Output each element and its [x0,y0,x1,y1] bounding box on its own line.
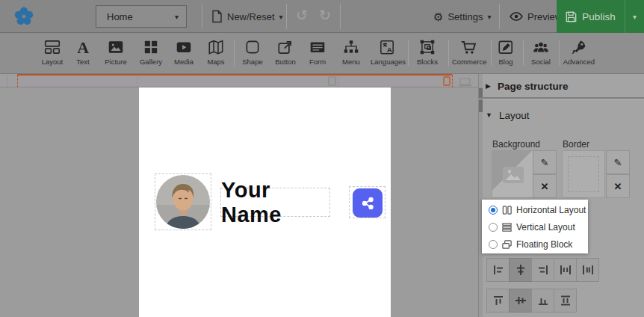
background-edit-button[interactable]: ✎ [533,150,557,174]
tool-menu[interactable]: Menu [335,38,368,66]
share-chip[interactable] [353,188,383,218]
tool-label: Layout [36,58,69,66]
background-preview[interactable] [492,150,533,198]
commerce-cart-icon [459,38,477,56]
new-reset-button[interactable]: New/Reset ▾ [211,5,283,28]
tool-label: Button [269,58,302,66]
layout-icon [43,38,61,56]
share-icon [359,195,376,212]
active-width-indicator [17,74,452,76]
top-bar: Home ▾ New/Reset ▾ ↺ ↻ ⚙ Settings ▾ [0,0,644,33]
tool-button[interactable]: Button [269,38,302,66]
option-floating-block[interactable]: Floating Block [489,236,588,253]
align-top-button[interactable] [486,289,510,313]
section-page-structure[interactable]: ▶ Page structure [486,76,639,96]
tool-layout[interactable]: Layout [36,38,69,66]
tool-maps[interactable]: Maps [199,38,232,66]
distribute-horizontal-icon [560,264,572,276]
align-center-horizontal-icon [515,264,527,276]
preview-button[interactable]: Preview [510,5,562,28]
background-image-icon [502,166,524,184]
phone-breakpoint-icon[interactable] [443,76,451,86]
menu-sitemap-icon [342,38,360,56]
chevron-down-icon: ▾ [279,13,283,21]
tool-social[interactable]: Social [524,38,557,66]
align-center-horizontal-button[interactable] [509,258,532,282]
gear-icon: ⚙ [433,11,443,22]
space-around-horizontal-icon [582,264,594,276]
stretch-vertical-button[interactable] [554,289,577,313]
app-logo-icon [10,3,37,30]
align-bottom-button[interactable] [531,289,554,313]
page-selector-dropdown[interactable]: Home ▾ [96,5,187,28]
tool-label: Media [167,58,200,66]
border-preview-dashes [568,156,599,192]
tablet-breakpoint-icon[interactable] [328,76,336,86]
section-layout[interactable]: ▼ Layout [486,105,639,126]
chevron-down-icon: ▾ [633,13,637,21]
tool-commerce[interactable]: Commerce [452,38,485,66]
align-left-icon [492,264,504,276]
tool-label: Text [66,58,99,66]
distribute-horizontal-button[interactable] [554,258,577,282]
option-vertical-layout[interactable]: Vertical Layout [489,218,588,236]
picture-icon [107,38,125,56]
section-title: Page structure [498,81,569,92]
divider [478,99,644,99]
publish-dropdown-button[interactable]: ▾ [625,0,644,33]
close-icon: ✕ [541,181,549,192]
tool-media[interactable]: Media [167,38,200,66]
align-top-icon [492,295,504,307]
align-middle-vertical-icon [515,295,527,307]
space-around-horizontal-button[interactable] [576,258,599,282]
panel-scrollbar-thumb[interactable] [479,88,483,112]
undo-button[interactable]: ↺ [296,7,308,24]
radio-selected-icon[interactable] [489,206,498,215]
responsive-width-ruler [0,74,478,87]
page-canvas: Your Name [139,87,391,317]
width-marker [338,75,338,87]
align-middle-vertical-button[interactable] [509,289,532,313]
chevron-right-icon: ▶ [486,82,491,90]
tool-shape[interactable]: Shape [236,38,269,66]
share-element[interactable] [349,186,386,218]
border-remove-button[interactable]: ✕ [606,174,630,198]
tool-label: Menu [335,58,368,66]
redo-button[interactable]: ↻ [319,7,331,24]
tool-form[interactable]: Form [301,38,334,66]
tool-blog[interactable]: Blog [489,38,522,66]
pencil-icon: ✎ [541,157,549,168]
chevron-down-icon: ▾ [175,13,179,21]
tool-label: Languages [371,58,403,66]
tool-blocks[interactable]: Blocks [411,38,444,66]
radio-icon[interactable] [489,223,498,232]
new-page-icon [211,10,223,23]
align-left-button[interactable] [486,258,510,282]
publish-label: Publish [582,11,615,22]
width-marker [7,75,8,87]
border-preview[interactable] [562,150,605,198]
border-edit-button[interactable]: ✎ [606,150,630,174]
tool-label: Picture [99,58,132,66]
background-remove-button[interactable]: ✕ [533,174,557,198]
divider [340,4,341,29]
tool-label: Social [524,58,557,66]
settings-button[interactable]: ⚙ Settings ▾ [433,5,491,28]
desktop-breakpoint-icon[interactable] [458,78,472,87]
option-horizontal-layout[interactable]: Horizontal Layout [489,201,588,218]
avatar-element[interactable] [155,173,211,230]
tool-advanced[interactable]: Advanced [563,38,595,66]
tool-languages[interactable]: A Languages [371,38,403,66]
tool-gallery[interactable]: Gallery [134,38,167,66]
svg-text:A: A [387,46,392,54]
stretch-vertical-icon [560,295,572,307]
title-text-element[interactable]: Your Name [220,188,330,217]
tool-text[interactable]: A Text [66,38,99,66]
tool-label: Blog [489,58,522,66]
publish-button[interactable]: Publish [557,0,625,33]
radio-icon[interactable] [489,240,498,249]
shape-icon [244,38,261,56]
align-right-button[interactable] [531,258,554,282]
tool-label: Shape [236,58,269,66]
tool-picture[interactable]: Picture [99,38,132,66]
